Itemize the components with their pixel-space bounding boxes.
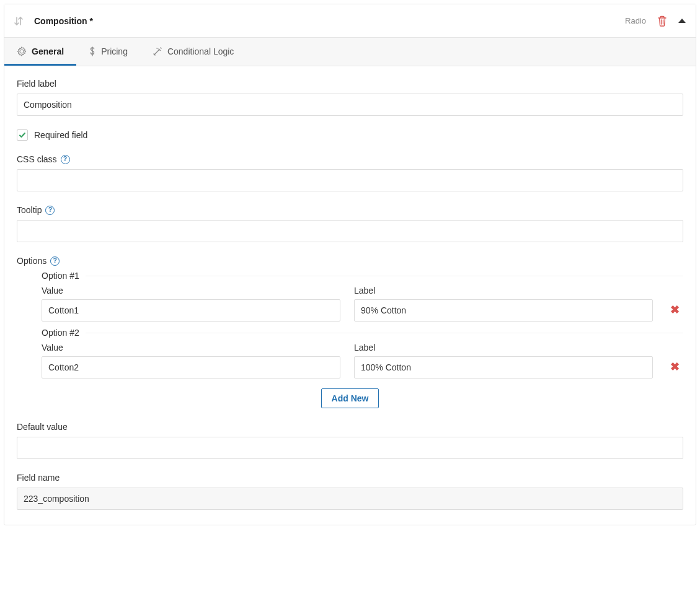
field-label-caption: Field label [17,79,683,89]
field-type-label: Radio [625,16,646,25]
field-name-group: Field name [17,473,683,510]
drag-handle-icon[interactable] [14,16,23,26]
option-value-input[interactable] [42,299,340,322]
options-caption: Options [17,256,47,266]
field-label-input[interactable] [17,94,683,116]
help-icon[interactable]: ? [45,206,55,215]
option-fieldset: Option #2 Value Label ✖ [42,328,683,385]
help-icon[interactable]: ? [50,256,60,266]
remove-option-icon[interactable]: ✖ [667,304,683,322]
option-label-input[interactable] [354,356,653,379]
default-value-input[interactable] [17,437,683,459]
option-legend: Option #2 [42,328,86,338]
tabs-bar: General Pricing Conditional Logic [4,38,696,66]
option-label-input[interactable] [354,299,653,322]
dollar-icon [89,46,96,56]
tooltip-group: Tooltip ? [17,205,683,242]
css-class-caption: CSS class [17,154,57,164]
option-fieldset: Option #1 Value Label ✖ [42,271,683,328]
panel-body: Field label Required field CSS class ? T… [4,66,696,525]
field-name-input[interactable] [17,488,683,510]
required-checkbox[interactable] [17,129,28,141]
gear-icon [17,46,27,56]
trash-icon[interactable] [657,15,667,27]
option-label-caption: Label [354,286,653,296]
field-name-caption: Field name [17,473,683,483]
options-group: Options ? Option #1 Value Label ✖ [17,256,683,408]
css-class-input[interactable] [17,169,683,191]
tooltip-caption: Tooltip [17,205,42,215]
option-legend: Option #1 [42,271,86,281]
collapse-icon[interactable] [678,19,686,23]
default-value-caption: Default value [17,422,683,432]
field-label-group: Field label [17,79,683,116]
option-value-caption: Value [42,343,340,352]
field-editor-panel: Composition * Radio General Pricing [4,4,696,525]
chevron-up-icon [678,19,686,23]
option-value-input[interactable] [42,356,340,379]
remove-option-icon[interactable]: ✖ [667,361,683,379]
css-class-group: CSS class ? [17,154,683,191]
required-field-group: Required field [17,129,683,141]
panel-header: Composition * Radio [4,4,696,38]
check-icon [19,131,26,139]
default-value-group: Default value [17,422,683,459]
tab-general-label: General [32,46,64,56]
required-field-label: Required field [34,130,87,140]
tab-pricing-label: Pricing [101,46,128,56]
panel-title: Composition * [34,16,625,26]
option-label-caption: Label [354,343,653,352]
tab-general[interactable]: General [4,38,76,66]
magic-wand-icon [153,46,162,56]
tab-pricing[interactable]: Pricing [76,38,140,66]
tab-conditional-label: Conditional Logic [167,46,234,56]
help-icon[interactable]: ? [61,155,70,164]
add-new-option-button[interactable]: Add New [321,388,379,408]
option-value-caption: Value [42,286,340,296]
tab-conditional-logic[interactable]: Conditional Logic [140,38,246,66]
tooltip-input[interactable] [17,220,683,242]
